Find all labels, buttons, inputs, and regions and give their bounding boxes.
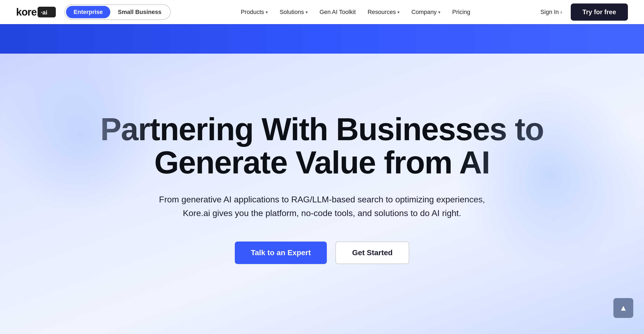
- chevron-down-icon: ▾: [397, 10, 400, 15]
- get-started-button[interactable]: Get Started: [335, 242, 409, 264]
- logo-text: kore: [16, 6, 36, 18]
- chevron-down-icon: ▾: [438, 10, 440, 15]
- nav-item-gen-ai-toolkit[interactable]: Gen AI Toolkit: [320, 9, 356, 16]
- logo-badge: ·ai: [38, 7, 56, 17]
- nav-item-pricing[interactable]: Pricing: [452, 9, 470, 16]
- hero-buttons: Talk to an Expert Get Started: [235, 242, 409, 264]
- top-banner: [0, 24, 644, 54]
- talk-to-expert-button[interactable]: Talk to an Expert: [235, 242, 327, 264]
- logo[interactable]: kore ·ai: [16, 6, 56, 18]
- sign-in-button[interactable]: Sign In ›: [540, 9, 562, 16]
- scroll-to-top-button[interactable]: ▲: [613, 298, 633, 318]
- navbar-left: kore ·ai Enterprise Small Business: [16, 4, 171, 20]
- nav-item-products[interactable]: Products ▾: [241, 9, 268, 16]
- try-free-button[interactable]: Try for free: [571, 3, 628, 21]
- chevron-down-icon: ▾: [306, 10, 308, 15]
- nav-item-resources[interactable]: Resources ▾: [368, 9, 400, 16]
- nav-item-solutions[interactable]: Solutions ▾: [280, 9, 308, 16]
- enterprise-toggle[interactable]: Enterprise: [66, 6, 110, 18]
- navbar-right: Sign In › Try for free: [540, 3, 628, 21]
- chevron-down-icon: ▾: [266, 10, 268, 15]
- chevron-right-icon: ›: [561, 9, 562, 15]
- nav-item-company[interactable]: Company ▾: [411, 9, 440, 16]
- svg-text:·ai: ·ai: [41, 9, 47, 16]
- small-business-toggle[interactable]: Small Business: [110, 6, 169, 18]
- hero-subtitle: From generative AI applications to RAG/L…: [148, 193, 496, 220]
- navbar-nav: Products ▾ Solutions ▾ Gen AI Toolkit Re…: [241, 9, 470, 16]
- chevron-up-icon: ▲: [619, 303, 627, 313]
- hero-title: Partnering With Businesses to Generate V…: [80, 113, 564, 179]
- toggle-group: Enterprise Small Business: [64, 4, 170, 20]
- navbar: kore ·ai Enterprise Small Business Produ…: [0, 0, 644, 24]
- hero-section: Partnering With Businesses to Generate V…: [0, 54, 644, 334]
